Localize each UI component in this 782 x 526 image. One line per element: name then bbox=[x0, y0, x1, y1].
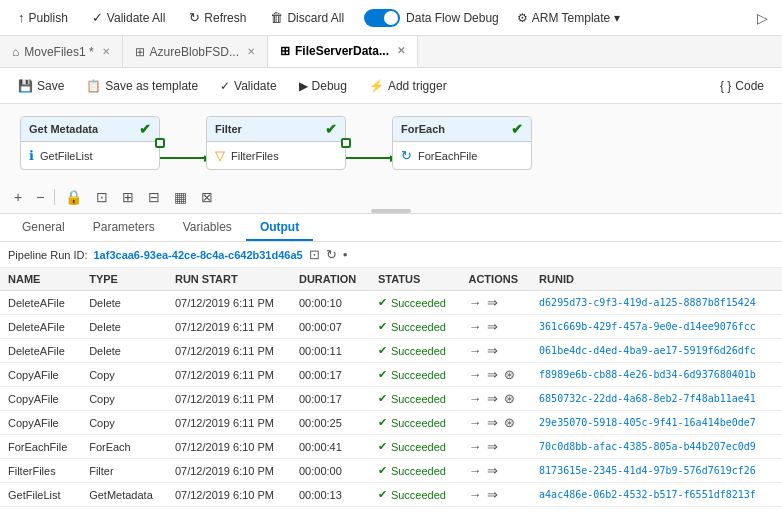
view-output-button[interactable]: ⇒ bbox=[487, 391, 498, 406]
node-check-icon: ✔ bbox=[139, 121, 151, 137]
cell-actions: → ⇒ bbox=[460, 315, 531, 339]
status-badge: ✔ Succeeded bbox=[378, 464, 453, 477]
success-icon: ✔ bbox=[378, 296, 387, 309]
view-input-button[interactable]: → bbox=[468, 295, 481, 310]
validate-button[interactable]: ✓ Validate bbox=[210, 75, 286, 97]
cell-actions: → ⇒ bbox=[460, 459, 531, 483]
action-icons: → ⇒ bbox=[468, 439, 523, 454]
arrow-1: ▶ bbox=[160, 157, 206, 159]
tab-label: MoveFiles1 * bbox=[24, 45, 93, 59]
cell-status: ✔ Succeeded bbox=[370, 411, 461, 435]
tab-movefiles[interactable]: ⌂ MoveFiles1 * ✕ bbox=[0, 36, 123, 67]
view-input-button[interactable]: → bbox=[468, 343, 481, 358]
publish-button[interactable]: ↑ Publish bbox=[8, 6, 78, 29]
success-icon: ✔ bbox=[378, 368, 387, 381]
grid-button[interactable]: ⊞ bbox=[118, 187, 138, 207]
snap-button[interactable]: ⊠ bbox=[197, 187, 217, 207]
node-get-metadata-header: Get Metadata ✔ bbox=[21, 117, 159, 142]
success-icon: ✔ bbox=[378, 416, 387, 429]
data-flow-debug-toggle[interactable] bbox=[364, 9, 400, 27]
cell-name: FilterFiles bbox=[0, 459, 81, 483]
tab-general[interactable]: General bbox=[8, 214, 79, 241]
cell-status: ✔ Succeeded bbox=[370, 291, 461, 315]
main-layout: Get Metadata ✔ ℹ GetFileList ▶ Filter ✔ bbox=[0, 104, 782, 526]
node-foreach[interactable]: ForEach ✔ ↻ ForEachFile bbox=[392, 116, 532, 170]
cell-status: ✔ Succeeded bbox=[370, 435, 461, 459]
status-dot: ● bbox=[343, 250, 348, 259]
debug-button[interactable]: ▶ Debug bbox=[289, 75, 357, 97]
tab-close-icon[interactable]: ✕ bbox=[102, 46, 110, 57]
format-button[interactable]: ⊡ bbox=[92, 187, 112, 207]
view-output-button[interactable]: ⇒ bbox=[487, 295, 498, 310]
tab-close-icon[interactable]: ✕ bbox=[247, 46, 255, 57]
save-template-button[interactable]: 📋 Save as template bbox=[76, 75, 208, 97]
resize-handle[interactable] bbox=[371, 209, 411, 213]
tab-fileserver[interactable]: ⊞ FileServerData... ✕ bbox=[268, 36, 418, 67]
select-button[interactable]: ⊟ bbox=[144, 187, 164, 207]
zoom-in-button[interactable]: + bbox=[10, 187, 26, 207]
rerun-button[interactable]: ⊛ bbox=[504, 415, 515, 430]
rerun-button[interactable]: ⊛ bbox=[504, 391, 515, 406]
view-output-button[interactable]: ⇒ bbox=[487, 487, 498, 502]
view-input-button[interactable]: → bbox=[468, 415, 481, 430]
validate-all-button[interactable]: ✓ Validate All bbox=[82, 6, 175, 29]
cell-duration: 00:00:11 bbox=[291, 339, 370, 363]
arm-template-button[interactable]: ⚙ ARM Template ▾ bbox=[509, 7, 628, 29]
refresh-run-button[interactable]: ↻ bbox=[326, 247, 337, 262]
filter-icon: ▽ bbox=[215, 148, 225, 163]
table-container[interactable]: NAME TYPE RUN START DURATION STATUS ACTI… bbox=[0, 268, 782, 526]
view-output-button[interactable]: ⇒ bbox=[487, 343, 498, 358]
rerun-button[interactable]: ⊛ bbox=[504, 367, 515, 382]
debug-icon: ▶ bbox=[299, 79, 308, 93]
view-input-button[interactable]: → bbox=[468, 319, 481, 334]
table-row: DeleteAFile Delete 07/12/2019 6:11 PM 00… bbox=[0, 291, 782, 315]
add-trigger-button[interactable]: ⚡ Add trigger bbox=[359, 75, 457, 97]
cell-run-start: 07/12/2019 6:10 PM bbox=[167, 483, 291, 507]
view-output-button[interactable]: ⇒ bbox=[487, 463, 498, 478]
status-badge: ✔ Succeeded bbox=[378, 296, 453, 309]
cell-duration: 00:00:17 bbox=[291, 363, 370, 387]
save-button[interactable]: 💾 Save bbox=[8, 75, 74, 97]
cell-duration: 00:00:25 bbox=[291, 411, 370, 435]
view-output-button[interactable]: ⇒ bbox=[487, 439, 498, 454]
code-button[interactable]: { } Code bbox=[710, 75, 774, 97]
action-icons: → ⇒ ⊛ bbox=[468, 415, 523, 430]
view-input-button[interactable]: → bbox=[468, 439, 481, 454]
discard-all-button[interactable]: 🗑 Discard All bbox=[260, 6, 354, 29]
view-input-button[interactable]: → bbox=[468, 391, 481, 406]
copy-run-id-button[interactable]: ⊡ bbox=[309, 247, 320, 262]
node-filter-body: ▽ FilterFiles bbox=[207, 142, 345, 169]
tab-variables[interactable]: Variables bbox=[169, 214, 246, 241]
tab-azureblob[interactable]: ⊞ AzureBlobFSD... ✕ bbox=[123, 36, 268, 67]
cell-type: ForEach bbox=[81, 435, 167, 459]
code-icon: { } bbox=[720, 79, 731, 93]
view-output-button[interactable]: ⇒ bbox=[487, 415, 498, 430]
view-input-button[interactable]: → bbox=[468, 463, 481, 478]
node-filter[interactable]: Filter ✔ ▽ FilterFiles bbox=[206, 116, 346, 170]
refresh-button[interactable]: ↻ Refresh bbox=[179, 6, 256, 29]
cell-type: Delete bbox=[81, 315, 167, 339]
layout-button[interactable]: ▦ bbox=[170, 187, 191, 207]
view-output-button[interactable]: ⇒ bbox=[487, 367, 498, 382]
pipeline-canvas[interactable]: Get Metadata ✔ ℹ GetFileList ▶ Filter ✔ bbox=[0, 104, 782, 214]
zoom-out-button[interactable]: − bbox=[32, 187, 48, 207]
success-icon: ✔ bbox=[378, 488, 387, 501]
action-icons: → ⇒ bbox=[468, 319, 523, 334]
node-check-icon: ✔ bbox=[511, 121, 523, 137]
view-output-button[interactable]: ⇒ bbox=[487, 319, 498, 334]
tab-close-icon[interactable]: ✕ bbox=[397, 45, 405, 56]
node-get-metadata-body: ℹ GetFileList bbox=[21, 142, 159, 169]
view-input-button[interactable]: → bbox=[468, 367, 481, 382]
cell-runid: 70c0d8bb-afac-4385-805a-b44b207ec0d9 bbox=[531, 435, 782, 459]
tab-parameters[interactable]: Parameters bbox=[79, 214, 169, 241]
view-input-button[interactable]: → bbox=[468, 487, 481, 502]
node-get-metadata[interactable]: Get Metadata ✔ ℹ GetFileList bbox=[20, 116, 160, 170]
deploy-button[interactable]: ▷ bbox=[751, 6, 774, 30]
cell-type: Copy bbox=[81, 387, 167, 411]
cell-run-start: 07/12/2019 6:11 PM bbox=[167, 291, 291, 315]
cell-runid: a4ac486e-06b2-4532-b517-f6551df8213f bbox=[531, 483, 782, 507]
node-right-connector bbox=[341, 138, 351, 148]
fit-button[interactable]: 🔒 bbox=[61, 187, 86, 207]
cell-runid: 6850732c-22dd-4a68-8eb2-7f48ab11ae41 bbox=[531, 387, 782, 411]
tab-output[interactable]: Output bbox=[246, 214, 313, 241]
